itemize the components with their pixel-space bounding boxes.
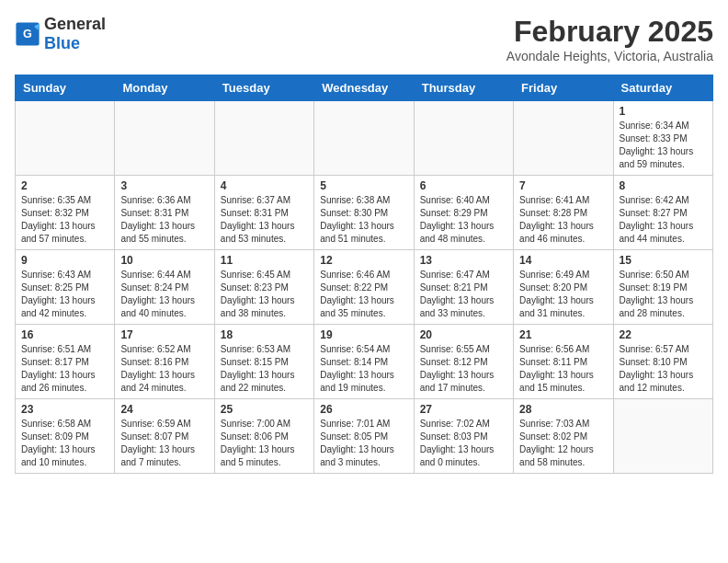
day-number: 27 [420, 403, 507, 416]
calendar-week-row: 1Sunrise: 6:34 AM Sunset: 8:33 PM Daylig… [16, 101, 713, 176]
day-info: Sunrise: 6:50 AM Sunset: 8:19 PM Dayligh… [620, 269, 707, 320]
calendar-cell: 21Sunrise: 6:56 AM Sunset: 8:11 PM Dayli… [514, 325, 613, 399]
day-number: 22 [620, 328, 707, 341]
day-number: 6 [420, 179, 507, 192]
logo-blue: Blue [44, 34, 80, 52]
calendar-cell: 15Sunrise: 6:50 AM Sunset: 8:19 PM Dayli… [613, 250, 712, 325]
day-info: Sunrise: 6:35 AM Sunset: 8:32 PM Dayligh… [21, 194, 108, 246]
day-info: Sunrise: 6:38 AM Sunset: 8:30 PM Dayligh… [320, 194, 407, 246]
calendar-cell: 10Sunrise: 6:44 AM Sunset: 8:24 PM Dayli… [115, 250, 214, 325]
day-number: 12 [320, 254, 407, 267]
calendar-cell [214, 101, 313, 176]
calendar-cell: 25Sunrise: 7:00 AM Sunset: 8:06 PM Dayli… [214, 399, 313, 474]
calendar-cell: 14Sunrise: 6:49 AM Sunset: 8:20 PM Dayli… [514, 250, 613, 325]
day-number: 26 [320, 403, 407, 416]
day-info: Sunrise: 6:43 AM Sunset: 8:25 PM Dayligh… [21, 269, 108, 320]
day-number: 19 [320, 328, 407, 341]
day-number: 11 [221, 254, 308, 267]
day-number: 23 [21, 403, 108, 416]
weekday-header: Tuesday [214, 75, 313, 101]
day-number: 1 [620, 105, 707, 118]
calendar-cell: 7Sunrise: 6:41 AM Sunset: 8:28 PM Daylig… [514, 176, 613, 250]
calendar-week-row: 2Sunrise: 6:35 AM Sunset: 8:32 PM Daylig… [16, 176, 713, 250]
day-number: 16 [21, 328, 108, 341]
day-info: Sunrise: 6:41 AM Sunset: 8:28 PM Dayligh… [519, 194, 607, 246]
day-info: Sunrise: 7:01 AM Sunset: 8:05 PM Dayligh… [320, 418, 407, 469]
weekday-header: Thursday [414, 75, 513, 101]
calendar-cell: 6Sunrise: 6:40 AM Sunset: 8:29 PM Daylig… [414, 176, 513, 250]
day-number: 4 [221, 179, 308, 192]
day-info: Sunrise: 6:58 AM Sunset: 8:09 PM Dayligh… [21, 418, 108, 469]
calendar-cell: 22Sunrise: 6:57 AM Sunset: 8:10 PM Dayli… [613, 325, 712, 399]
day-info: Sunrise: 6:59 AM Sunset: 8:07 PM Dayligh… [120, 418, 208, 469]
day-number: 24 [120, 403, 208, 416]
weekday-header-row: SundayMondayTuesdayWednesdayThursdayFrid… [16, 75, 713, 101]
day-info: Sunrise: 6:46 AM Sunset: 8:22 PM Dayligh… [320, 269, 407, 320]
month-title: February 2025 [506, 15, 713, 49]
day-number: 20 [420, 328, 507, 341]
page-header: G General Blue February 2025 Avondale He… [15, 15, 713, 63]
calendar-cell: 23Sunrise: 6:58 AM Sunset: 8:09 PM Dayli… [16, 399, 115, 474]
svg-text:G: G [23, 28, 32, 40]
day-number: 15 [620, 254, 707, 267]
calendar-cell: 24Sunrise: 6:59 AM Sunset: 8:07 PM Dayli… [115, 399, 214, 474]
calendar-cell: 1Sunrise: 6:34 AM Sunset: 8:33 PM Daylig… [613, 101, 712, 176]
calendar-cell: 5Sunrise: 6:38 AM Sunset: 8:30 PM Daylig… [314, 176, 414, 250]
day-number: 21 [519, 328, 607, 341]
calendar-cell [115, 101, 214, 176]
logo-text: General Blue [44, 15, 106, 53]
day-info: Sunrise: 6:47 AM Sunset: 8:21 PM Dayligh… [420, 269, 507, 320]
weekday-header: Saturday [613, 75, 712, 101]
calendar-cell: 2Sunrise: 6:35 AM Sunset: 8:32 PM Daylig… [16, 176, 115, 250]
logo-general: General [44, 15, 106, 33]
location-title: Avondale Heights, Victoria, Australia [506, 49, 713, 63]
day-number: 5 [320, 179, 407, 192]
day-info: Sunrise: 6:53 AM Sunset: 8:15 PM Dayligh… [221, 343, 308, 395]
calendar-cell: 19Sunrise: 6:54 AM Sunset: 8:14 PM Dayli… [314, 325, 414, 399]
calendar-cell: 28Sunrise: 7:03 AM Sunset: 8:02 PM Dayli… [514, 399, 613, 474]
day-info: Sunrise: 6:45 AM Sunset: 8:23 PM Dayligh… [221, 269, 308, 320]
day-number: 3 [120, 179, 208, 192]
calendar-cell: 4Sunrise: 6:37 AM Sunset: 8:31 PM Daylig… [214, 176, 313, 250]
day-info: Sunrise: 6:51 AM Sunset: 8:17 PM Dayligh… [21, 343, 108, 395]
day-info: Sunrise: 6:49 AM Sunset: 8:20 PM Dayligh… [519, 269, 607, 320]
calendar-week-row: 16Sunrise: 6:51 AM Sunset: 8:17 PM Dayli… [16, 325, 713, 399]
day-number: 9 [21, 254, 108, 267]
calendar-week-row: 9Sunrise: 6:43 AM Sunset: 8:25 PM Daylig… [16, 250, 713, 325]
day-number: 10 [120, 254, 208, 267]
calendar-cell [16, 101, 115, 176]
calendar-cell [613, 399, 712, 474]
calendar-cell: 11Sunrise: 6:45 AM Sunset: 8:23 PM Dayli… [214, 250, 313, 325]
calendar-cell: 3Sunrise: 6:36 AM Sunset: 8:31 PM Daylig… [115, 176, 214, 250]
calendar-week-row: 23Sunrise: 6:58 AM Sunset: 8:09 PM Dayli… [16, 399, 713, 474]
day-info: Sunrise: 6:36 AM Sunset: 8:31 PM Dayligh… [120, 194, 208, 246]
calendar-cell: 8Sunrise: 6:42 AM Sunset: 8:27 PM Daylig… [613, 176, 712, 250]
calendar-cell: 17Sunrise: 6:52 AM Sunset: 8:16 PM Dayli… [115, 325, 214, 399]
day-info: Sunrise: 6:40 AM Sunset: 8:29 PM Dayligh… [420, 194, 507, 246]
weekday-header: Wednesday [314, 75, 414, 101]
calendar-cell [314, 101, 414, 176]
day-info: Sunrise: 6:54 AM Sunset: 8:14 PM Dayligh… [320, 343, 407, 395]
day-number: 25 [221, 403, 308, 416]
day-info: Sunrise: 6:37 AM Sunset: 8:31 PM Dayligh… [221, 194, 308, 246]
calendar-table: SundayMondayTuesdayWednesdayThursdayFrid… [15, 75, 713, 474]
day-number: 2 [21, 179, 108, 192]
calendar-cell: 16Sunrise: 6:51 AM Sunset: 8:17 PM Dayli… [16, 325, 115, 399]
day-info: Sunrise: 6:56 AM Sunset: 8:11 PM Dayligh… [519, 343, 607, 395]
calendar-cell: 18Sunrise: 6:53 AM Sunset: 8:15 PM Dayli… [214, 325, 313, 399]
day-info: Sunrise: 7:03 AM Sunset: 8:02 PM Dayligh… [519, 418, 607, 469]
day-number: 17 [120, 328, 208, 341]
calendar-cell [514, 101, 613, 176]
day-info: Sunrise: 6:42 AM Sunset: 8:27 PM Dayligh… [620, 194, 707, 246]
weekday-header: Friday [514, 75, 613, 101]
calendar-cell: 9Sunrise: 6:43 AM Sunset: 8:25 PM Daylig… [16, 250, 115, 325]
day-number: 28 [519, 403, 607, 416]
day-info: Sunrise: 6:55 AM Sunset: 8:12 PM Dayligh… [420, 343, 507, 395]
day-number: 7 [519, 179, 607, 192]
weekday-header: Sunday [16, 75, 115, 101]
calendar-cell: 26Sunrise: 7:01 AM Sunset: 8:05 PM Dayli… [314, 399, 414, 474]
day-info: Sunrise: 6:57 AM Sunset: 8:10 PM Dayligh… [620, 343, 707, 395]
calendar-cell: 27Sunrise: 7:02 AM Sunset: 8:03 PM Dayli… [414, 399, 513, 474]
calendar-cell [414, 101, 513, 176]
day-info: Sunrise: 7:00 AM Sunset: 8:06 PM Dayligh… [221, 418, 308, 469]
